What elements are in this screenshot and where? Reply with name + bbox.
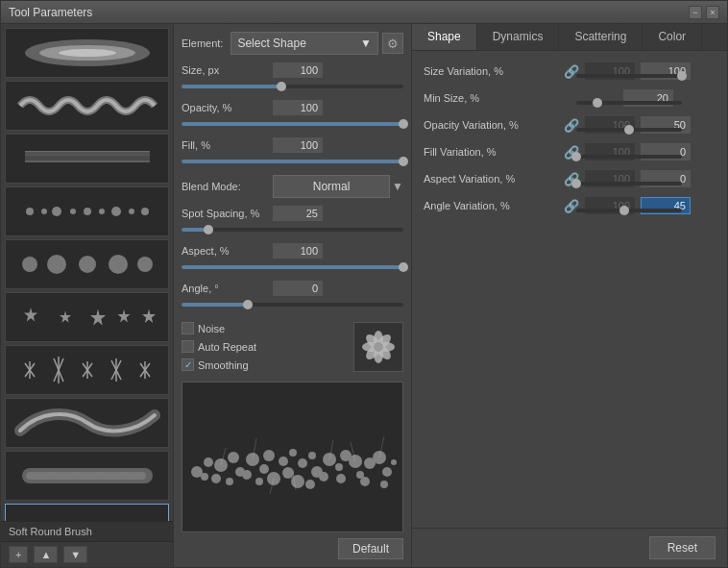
svg-point-17 [22,257,37,272]
add-brush-button[interactable]: + [9,546,28,563]
element-select[interactable]: Select Shape ▼ [231,32,378,55]
smoothing-label: Smoothing [198,359,249,371]
size-variation-slider-thumb[interactable] [677,71,687,81]
size-slider-thumb[interactable] [277,82,286,91]
brush-item[interactable] [5,345,169,395]
fill-slider-thumb[interactable] [399,157,408,166]
svg-point-83 [282,467,294,479]
brush-item[interactable] [5,28,169,78]
fill-variation-slider[interactable] [576,155,682,159]
min-size-slider[interactable] [576,101,682,105]
size-label: Size, px [182,64,273,76]
right-content: Size Variation, % 🔗 Min Size, % [412,51,727,528]
brush-item[interactable] [5,134,169,184]
opacity-variation-slider[interactable] [576,128,682,132]
tab-dynamics[interactable]: Dynamics [477,24,560,50]
angle-variation-slider-thumb[interactable] [619,206,629,215]
smoothing-checkbox[interactable]: ✓ [182,358,194,371]
brush-item[interactable] [5,504,169,521]
svg-point-15 [129,209,134,214]
minimize-button[interactable]: − [689,6,702,19]
noise-checkbox-row: Noise [182,322,256,334]
svg-point-99 [382,467,392,477]
opacity-slider-track[interactable] [182,122,403,126]
fill-variation-slider-row [572,155,716,159]
blend-mode-label: Blend Mode: [182,181,273,192]
aspect-input[interactable] [273,243,323,259]
fill-variation-slider-thumb[interactable] [571,152,581,161]
brush-item[interactable] [5,239,169,289]
svg-marker-22 [24,308,37,322]
opacity-variation-slider-thumb[interactable] [624,125,634,135]
spot-spacing-input[interactable] [273,206,323,221]
aspect-variation-slider-thumb[interactable] [571,179,581,188]
angle-slider-track[interactable] [182,303,403,307]
brush-name-bar: Soft Round Brush [1,521,173,541]
blend-mode-select[interactable]: Normal [273,175,390,198]
svg-marker-24 [90,309,106,326]
min-size-group: Min Size, % [424,89,716,107]
noise-checkbox[interactable] [182,322,194,334]
opacity-input[interactable] [273,100,323,115]
title-bar: Tool Parameters − × [1,1,727,24]
tool-parameters-window: Tool Parameters − × [0,0,728,568]
element-gear-button[interactable]: ⚙ [382,33,403,54]
brush-item[interactable] [5,81,169,131]
svg-point-13 [99,209,105,214]
angle-slider-container [182,300,403,318]
angle-variation-slider[interactable] [576,209,682,212]
reset-button[interactable]: Reset [649,536,716,559]
chevron-down-icon: ▼ [360,37,372,50]
tab-shape[interactable]: Shape [412,24,477,50]
move-up-button[interactable]: ▲ [34,546,58,563]
tab-color[interactable]: Color [643,24,702,50]
size-input[interactable] [273,62,323,78]
opacity-variation-slider-row [572,128,716,132]
opacity-slider-container [182,119,403,137]
svg-point-78 [263,450,275,461]
brush-item[interactable] [5,292,169,342]
svg-point-21 [137,257,153,272]
svg-point-12 [84,208,91,215]
fill-input[interactable] [273,137,323,153]
aspect-row: Aspect, % [182,243,403,259]
params-panel: Element: Select Shape ▼ ⚙ Size, px [174,24,412,567]
close-button[interactable]: × [706,6,719,19]
tab-scattering[interactable]: Scattering [559,24,643,50]
move-down-button[interactable]: ▼ [63,546,87,563]
svg-point-79 [259,464,269,474]
blend-mode-row: Blend Mode: Normal ▼ [182,175,403,198]
brush-item[interactable] [5,451,169,501]
opacity-variation-label: Opacity Variation, % [424,119,558,131]
aspect-slider-thumb[interactable] [399,262,408,272]
svg-point-74 [226,478,233,485]
auto-repeat-checkbox[interactable] [182,340,194,353]
svg-marker-26 [142,309,156,323]
svg-point-71 [211,474,221,483]
angle-label: Angle, ° [182,283,273,294]
aspect-variation-slider[interactable] [576,182,682,185]
fill-variation-group: Fill Variation, % 🔗 [424,143,716,161]
svg-point-85 [291,475,304,488]
size-variation-label: Size Variation, % [424,65,558,77]
angle-slider-thumb[interactable] [243,300,253,309]
aspect-variation-group: Aspect Variation, % 🔗 [424,170,716,187]
angle-variation-group: Angle Variation, % 🔗 [424,197,716,214]
min-size-slider-thumb[interactable] [593,98,602,108]
brush-item[interactable] [5,398,169,448]
size-slider-track[interactable] [182,85,403,88]
angle-input[interactable] [273,281,323,296]
aspect-slider-track[interactable] [182,265,403,269]
svg-point-14 [111,207,121,216]
main-content: Soft Round Brush + ▲ ▼ Element: Select S… [1,24,727,567]
spot-spacing-slider-thumb[interactable] [204,225,213,235]
svg-point-81 [279,457,288,466]
size-variation-slider[interactable] [576,74,682,78]
right-panel: Shape Dynamics Scattering Color Size Var… [412,24,727,567]
svg-point-69 [201,473,208,481]
brush-item[interactable] [5,186,169,236]
default-button[interactable]: Default [338,538,403,559]
spot-spacing-slider-track[interactable] [182,228,403,232]
fill-slider-track[interactable] [182,160,403,163]
opacity-slider-thumb[interactable] [399,119,408,129]
